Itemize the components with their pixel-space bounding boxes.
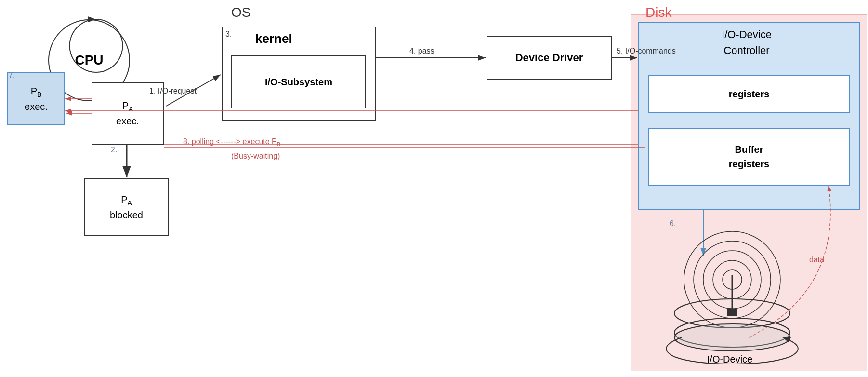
data-label: data — [809, 256, 824, 264]
device-driver-box: Device Driver — [487, 36, 612, 80]
registers-box: registers — [648, 75, 850, 113]
step8-label: 8. polling <------> execute PB — [183, 137, 280, 147]
step7-label: 7. — [9, 71, 15, 80]
step4-label: 4. pass — [409, 47, 434, 55]
pa-blocked-box: PAblocked — [84, 178, 169, 236]
buffer-registers-box: Bufferregisters — [648, 128, 850, 186]
io-subsystem-box: I/O-Subsystem — [231, 55, 366, 108]
io-device-label: I/O-Device — [665, 354, 795, 365]
os-label: OS — [231, 5, 250, 20]
disk-label: Disk — [645, 5, 671, 20]
diagram: OS Disk CPU PBexec. PAexec. PAblocked ke… — [0, 0, 868, 377]
step8b-label: (Busy-waiting) — [231, 152, 280, 161]
pb-exec-box: PBexec. — [7, 72, 65, 125]
step2-label: 2. — [111, 146, 117, 154]
kernel-label: kernel — [255, 31, 292, 46]
step1-label: 1. I/O-request — [149, 87, 197, 95]
step6-label: 6. — [670, 219, 676, 228]
io-controller-label: I/O-DeviceController — [660, 27, 833, 58]
step3-label: 3. — [225, 30, 232, 39]
step5-label: 5. I/O-commands — [617, 47, 676, 55]
